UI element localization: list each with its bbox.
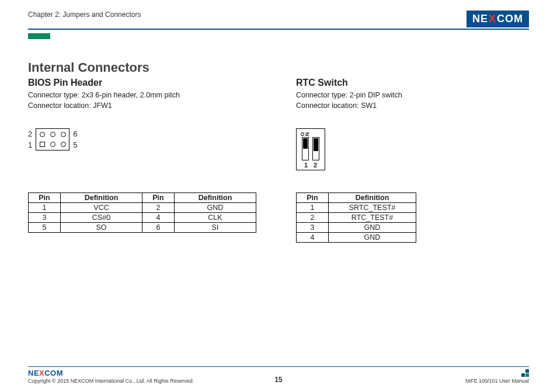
table-row: 2 RTC_TEST# bbox=[297, 213, 416, 223]
footer-logo: NEXCOM bbox=[28, 369, 194, 377]
dip-toggle-icon bbox=[303, 138, 308, 149]
table-row: 3 CS#0 4 CLK bbox=[29, 213, 256, 223]
table-row: 5 SO 6 SI bbox=[29, 223, 256, 233]
pin-icon bbox=[61, 132, 66, 137]
rtc-switch-section: RTC Switch Connector type: 2-pin DIP swi… bbox=[296, 78, 529, 243]
page-number: 15 bbox=[274, 376, 282, 384]
dip-on-label: ON bbox=[299, 130, 309, 136]
bios-pin-header-section: BIOS Pin Header Connector type: 2x3 6-pi… bbox=[28, 78, 261, 243]
th-def: Definition bbox=[61, 193, 142, 203]
dip-switch-diagram: ON 1 2 bbox=[296, 128, 325, 170]
th-pin: Pin bbox=[297, 193, 329, 203]
rtc-pin-table: Pin Definition 1 SRTC_TEST# 2 RTC_TEST# … bbox=[296, 192, 416, 243]
pin-icon bbox=[50, 132, 55, 137]
pin-label-6: 6 bbox=[73, 130, 77, 138]
chapter-label: Chapter 2: Jumpers and Connectors bbox=[28, 10, 141, 19]
top-bar: Chapter 2: Jumpers and Connectors NEXCOM bbox=[28, 10, 529, 30]
table-row: 1 VCC 2 GND bbox=[29, 203, 256, 213]
copyright-text: Copyright © 2015 NEXCOM International Co… bbox=[28, 378, 194, 384]
footer-deco-icon bbox=[521, 369, 529, 377]
table-row: 3 GND bbox=[297, 223, 416, 233]
brand-pre: NE bbox=[472, 13, 488, 25]
rtc-spec-type: Connector type: 2-pin DIP switch bbox=[296, 90, 529, 101]
th-def: Definition bbox=[329, 193, 416, 203]
page-footer: NEXCOM Copyright © 2015 NEXCOM Internati… bbox=[28, 366, 529, 384]
brand-x: X bbox=[489, 13, 496, 25]
pin-label-1: 1 bbox=[28, 141, 32, 149]
pin-icon bbox=[61, 142, 66, 147]
th-pin: Pin bbox=[29, 193, 61, 203]
th-def: Definition bbox=[175, 193, 256, 203]
table-row: 4 GND bbox=[297, 233, 416, 243]
rtc-title: RTC Switch bbox=[296, 78, 529, 88]
bios-title: BIOS Pin Header bbox=[28, 78, 261, 88]
accent-bar bbox=[28, 33, 50, 39]
pin-icon bbox=[50, 142, 55, 147]
section-title: Internal Connectors bbox=[28, 60, 529, 75]
pin1-icon bbox=[40, 142, 45, 147]
pin-label-2: 2 bbox=[28, 130, 32, 138]
bios-spec-type: Connector type: 2x3 6-pin header, 2.0mm … bbox=[28, 90, 261, 101]
pin-label-5: 5 bbox=[73, 141, 77, 149]
brand-logo: NEXCOM bbox=[467, 10, 529, 27]
bios-pin-diagram: 2 1 6 5 bbox=[28, 128, 77, 150]
dip-num-2: 2 bbox=[314, 162, 317, 169]
table-row: 1 SRTC_TEST# bbox=[297, 203, 416, 213]
bios-pin-table: Pin Definition Pin Definition 1 VCC 2 GN… bbox=[28, 192, 256, 233]
rtc-spec-location: Connector location: SW1 bbox=[296, 101, 529, 111]
th-pin: Pin bbox=[142, 193, 175, 203]
brand-post: COM bbox=[497, 13, 523, 25]
bios-spec-location: Connector location: JFW1 bbox=[28, 101, 261, 111]
dip-num-1: 1 bbox=[304, 162, 308, 169]
dip-slot-2 bbox=[312, 137, 319, 160]
manual-name: NIFE 100/101 User Manual bbox=[465, 378, 529, 384]
dip-slot-1 bbox=[302, 137, 309, 160]
dip-toggle-icon bbox=[314, 138, 318, 151]
pin-icon bbox=[40, 132, 45, 137]
